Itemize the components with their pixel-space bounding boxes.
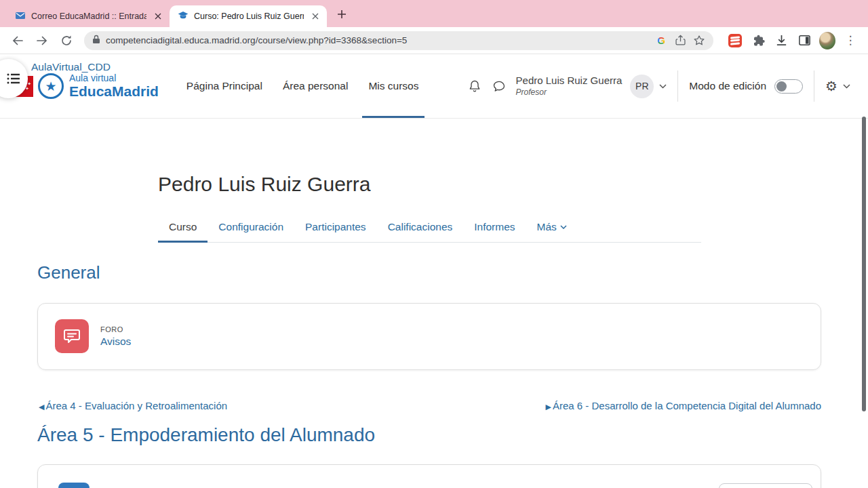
prev-arrow-icon: ◀ [39, 403, 44, 411]
tab-configuracion[interactable]: Configuración [208, 212, 294, 242]
back-button[interactable] [9, 33, 26, 49]
side-panel-icon[interactable] [796, 33, 812, 49]
moodle-page: ✦✦✦✦ ✦✦✦ ★ Aula virtual EducaMadrid Pági… [0, 54, 868, 488]
next-section-link[interactable]: ▶Área 6 - Desarrollo de la Competencia D… [544, 400, 821, 411]
list-icon [7, 73, 20, 85]
activity-card-forum: FORO Avisos [37, 303, 821, 370]
tab-title: Curso: Pedro Luis Ruiz Guerra, [194, 12, 304, 21]
close-icon[interactable] [152, 10, 164, 22]
primary-nav: Página Principal Área personal Mis curso… [176, 54, 429, 118]
user-name: Pedro Luis Ruiz Guerra [516, 75, 623, 87]
site-header: ✦✦✦✦ ✦✦✦ ★ Aula virtual EducaMadrid Pági… [0, 54, 868, 119]
activity-meta: FORO Avisos [100, 325, 131, 348]
share-icon[interactable] [673, 33, 688, 48]
edit-mode-label: Modo de edición [689, 80, 766, 92]
reload-button[interactable] [58, 33, 75, 49]
graduation-cap-icon [178, 10, 189, 23]
divider [677, 70, 678, 102]
section-heading-general: General [37, 263, 821, 283]
tab-informes[interactable]: Informes [463, 212, 526, 242]
browser-menu-icon[interactable]: ⋮ [842, 33, 859, 49]
settings-chevron-icon[interactable] [843, 84, 850, 89]
tab-calificaciones[interactable]: Calificaciones [377, 212, 464, 242]
forum-icon [55, 319, 89, 353]
header-right: Pedro Luis Ruiz Guerra Profesor PR Modo … [458, 70, 850, 102]
next-arrow-icon: ▶ [545, 403, 551, 411]
breadcrumb[interactable]: AulaVirtual_CDD [31, 61, 111, 73]
educamadrid-logo-icon[interactable]: ★ [38, 73, 64, 99]
browser-tab-course[interactable]: Curso: Pedro Luis Ruiz Guerra, [170, 5, 327, 27]
course-tabs: Curso Configuración Participantes Califi… [158, 212, 701, 243]
notifications-bell-icon[interactable] [467, 79, 482, 94]
user-role: Profesor [516, 87, 623, 98]
new-tab-button[interactable] [332, 5, 351, 24]
nav-item-pagina-principal[interactable]: Página Principal [186, 54, 262, 118]
user-avatar[interactable]: PR [630, 75, 654, 98]
browser-profile-avatar[interactable] [819, 33, 835, 49]
edit-mode-toggle[interactable] [774, 79, 803, 94]
activity-card-partial [37, 464, 821, 488]
extensions-row: ⋮ [720, 33, 859, 49]
todoist-extension-icon[interactable] [727, 33, 743, 49]
divider [814, 70, 814, 102]
logo-line2: EducaMadrid [69, 83, 159, 99]
activity-type-label: FORO [100, 325, 131, 333]
page-title: Pedro Luis Ruiz Guerra [158, 173, 701, 196]
tab-participantes[interactable]: Participantes [294, 212, 377, 242]
mark-done-button[interactable] [719, 483, 812, 488]
site-logo-text[interactable]: Aula virtual EducaMadrid [69, 73, 159, 99]
course-header: Pedro Luis Ruiz Guerra Curso Configuraci… [158, 119, 701, 243]
settings-gear-icon[interactable]: ⚙ [825, 79, 837, 93]
scrollbar-thumb[interactable] [862, 117, 866, 411]
activity-link-avisos[interactable]: Avisos [100, 336, 131, 348]
url-text: competenciadigital.educa.madrid.org/cour… [106, 35, 650, 45]
google-icon[interactable]: G [654, 33, 669, 48]
prev-section-link[interactable]: ◀Área 4 - Evaluación y Retroalimentación [37, 400, 227, 411]
section-navigation: ◀Área 4 - Evaluación y Retroalimentación… [37, 400, 821, 411]
messages-chat-icon[interactable] [492, 79, 507, 94]
downloads-icon[interactable] [773, 33, 789, 49]
browser-tab-strip: Correo EducaMadrid :: Entrada Curso: Ped… [0, 0, 868, 27]
mail-icon [15, 10, 26, 23]
tab-curso[interactable]: Curso [158, 212, 208, 242]
address-bar[interactable]: competenciadigital.educa.madrid.org/cour… [84, 31, 713, 50]
logo-line1: Aula virtual [69, 73, 159, 83]
course-content: General FORO Avisos ◀Área 4 - Evaluación… [37, 243, 821, 488]
nav-item-area-personal[interactable]: Área personal [283, 54, 349, 118]
browser-tab-mail[interactable]: Correo EducaMadrid :: Entrada [7, 5, 170, 27]
nav-item-mis-cursos[interactable]: Mis cursos [368, 54, 418, 118]
user-menu-chevron-icon[interactable] [659, 84, 667, 89]
bookmark-star-icon[interactable] [692, 33, 707, 48]
user-info: Pedro Luis Ruiz Guerra Profesor [516, 75, 623, 98]
browser-toolbar: competenciadigital.educa.madrid.org/cour… [0, 27, 868, 54]
tab-title: Correo EducaMadrid :: Entrada [31, 12, 146, 21]
lock-icon [92, 35, 100, 47]
forward-button[interactable] [34, 33, 50, 49]
activity-icon-blue [58, 483, 90, 488]
close-icon[interactable] [309, 10, 321, 22]
chevron-down-icon [560, 225, 567, 229]
extensions-puzzle-icon[interactable] [750, 33, 766, 49]
tab-mas[interactable]: Más [526, 212, 578, 242]
section-heading-area5: Área 5 - Empoderamiento del Alumnado [37, 424, 821, 446]
